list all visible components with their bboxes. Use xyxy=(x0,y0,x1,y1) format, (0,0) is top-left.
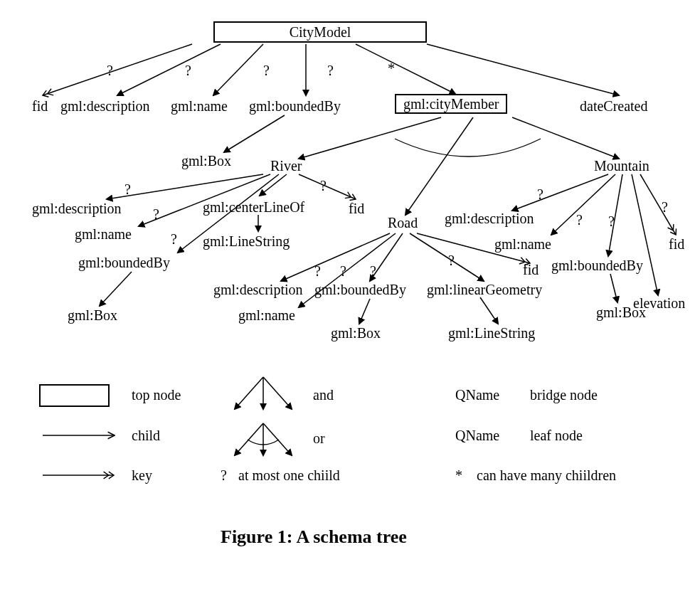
legend-child: child xyxy=(132,428,160,443)
annot-q: ? xyxy=(448,253,455,268)
legend-leaf-node: leaf node xyxy=(530,428,583,443)
legend-top-node: top node xyxy=(132,387,181,403)
annot-q: ? xyxy=(107,63,113,78)
legend-key: key xyxy=(132,467,152,483)
mountain-fid: fid xyxy=(669,236,684,252)
leaf-gml-description: gml:description xyxy=(60,98,150,114)
mountain-gml-description: gml:description xyxy=(445,211,534,226)
annot-q: ? xyxy=(370,263,376,279)
leaf-gml-name: gml:name xyxy=(171,98,228,114)
river-fid: fid xyxy=(349,201,364,216)
annot-q: ? xyxy=(185,63,191,78)
figure-caption: Figure 1: A schema tree xyxy=(221,526,407,548)
annot-q: ? xyxy=(327,63,334,78)
edges-layer xyxy=(0,0,700,599)
annot-q: ? xyxy=(662,199,668,215)
svg-line-6 xyxy=(224,115,285,152)
legend-and: and xyxy=(313,387,334,403)
svg-line-14 xyxy=(299,174,356,199)
node-Road: Road xyxy=(388,215,418,230)
svg-line-23 xyxy=(480,297,498,324)
svg-line-37 xyxy=(263,423,292,455)
svg-line-9 xyxy=(512,117,619,159)
node-River: River xyxy=(270,158,302,174)
road-LineString: gml:LineString xyxy=(448,325,535,341)
river-gml-boundedBy: gml:boundedBy xyxy=(78,255,170,270)
svg-line-24 xyxy=(512,174,608,211)
annot-q: ? xyxy=(576,212,583,228)
legend-q-glyph: ? xyxy=(221,467,227,483)
legend-bridge-node: bridge node xyxy=(530,387,598,403)
annot-q: ? xyxy=(263,63,270,78)
root-node: CityModel xyxy=(213,21,427,43)
svg-line-4 xyxy=(356,44,455,94)
legend-or: or xyxy=(313,430,325,446)
river-LineString: gml:LineString xyxy=(203,233,290,249)
river-gml-name: gml:name xyxy=(75,226,132,242)
svg-line-1 xyxy=(117,44,221,95)
svg-line-8 xyxy=(405,117,473,215)
mountain-gml-name: gml:name xyxy=(494,236,551,252)
svg-line-20 xyxy=(410,233,484,281)
river-gml-Box: gml:Box xyxy=(68,307,117,323)
annot-q: ? xyxy=(608,213,615,229)
annot-q: ? xyxy=(314,263,321,279)
legend-qname-2: QName xyxy=(455,428,499,443)
road-gml-Box: gml:Box xyxy=(331,325,381,341)
legend-qname-1: QName xyxy=(455,387,499,403)
annot-q: ? xyxy=(340,263,346,279)
svg-line-15 xyxy=(100,272,132,306)
legend-star-glyph: * xyxy=(455,467,462,483)
svg-line-22 xyxy=(359,299,370,324)
road-linearGeometry: gml:linearGeometry xyxy=(427,282,542,297)
svg-line-27 xyxy=(632,174,658,295)
legend-box-glyph xyxy=(39,384,110,407)
road-gml-boundedBy: gml:boundedBy xyxy=(314,282,406,297)
leaf-gml-boundedBy: gml:boundedBy xyxy=(249,98,341,114)
river-centerLineOf: gml:centerLineOf xyxy=(203,199,304,215)
svg-line-7 xyxy=(299,117,441,159)
leaf-fid: fid xyxy=(32,98,48,114)
svg-line-32 xyxy=(235,377,263,409)
leaf-gml-Box: gml:Box xyxy=(181,153,231,169)
leaf-dateCreated: dateCreated xyxy=(580,98,648,114)
mountain-elevation: elevation xyxy=(633,295,685,311)
legend-at-most-one: at most one chiild xyxy=(238,467,340,483)
bridge-cityMember: gml:cityMember xyxy=(395,94,507,114)
annot-q: ? xyxy=(153,206,159,222)
mountain-gml-boundedBy: gml:boundedBy xyxy=(551,258,643,273)
svg-line-0 xyxy=(43,44,192,95)
legend-many-children: can have many chiildren xyxy=(477,467,616,483)
node-Mountain: Mountain xyxy=(594,158,649,174)
svg-line-25 xyxy=(551,174,615,235)
schema-tree-figure: CityModel fid gml:description gml:name g… xyxy=(0,0,700,599)
svg-line-35 xyxy=(235,423,263,455)
road-fid: fid xyxy=(523,262,539,277)
river-gml-description: gml:description xyxy=(32,201,122,216)
annot-q: ? xyxy=(171,231,177,247)
annot-q: ? xyxy=(320,178,327,194)
road-gml-description: gml:description xyxy=(213,282,303,297)
svg-line-13 xyxy=(260,174,287,196)
road-gml-name: gml:name xyxy=(238,307,295,323)
svg-line-29 xyxy=(610,274,617,302)
svg-line-5 xyxy=(427,44,619,95)
svg-line-28 xyxy=(640,174,676,235)
annot-q: ? xyxy=(537,186,543,202)
annot-q: ? xyxy=(124,181,131,197)
svg-line-2 xyxy=(213,44,263,95)
svg-line-34 xyxy=(263,377,292,409)
annot-star: * xyxy=(388,60,395,76)
